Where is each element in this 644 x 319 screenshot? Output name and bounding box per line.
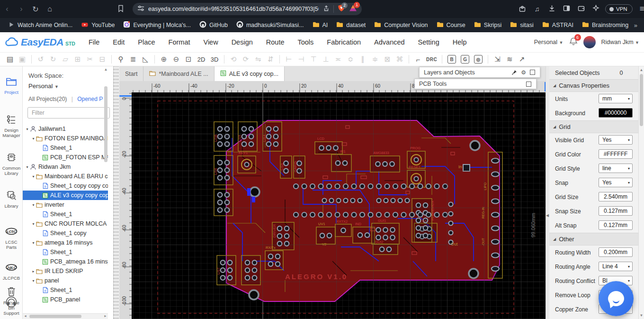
menu-setting[interactable]: Setting [411,36,446,49]
bookmark-item[interactable]: madhasuki/Simulasi... [232,19,308,31]
brave-shield-icon[interactable]: 2 [338,4,345,14]
routing-angle-select[interactable]: Line 4▾ [599,262,633,271]
tree-item[interactable]: ▾atmega 16 minsys [23,238,108,247]
panel-expand-icon[interactable] [526,82,531,87]
grid-color-input[interactable]: #FFFFFF [599,149,633,159]
music-icon[interactable]: ♫ [532,5,542,13]
browser-menu-icon[interactable]: ≡ [637,4,644,14]
vpn-button[interactable]: VPN [605,4,633,14]
bookmark-item[interactable]: AI [308,20,332,30]
board-outline-icon[interactable]: ⌐ [412,55,424,64]
new-file-icon[interactable]: ▤ [4,55,16,64]
collapse-arrow-icon[interactable]: ◀ [546,213,549,218]
origin-button[interactable]: ◎ [474,55,483,64]
view-2d-button[interactable]: 2D [195,56,208,63]
sidebar-item-library[interactable]: Library [0,190,23,209]
layers-objects-panel[interactable]: Layers and Objects ⚙ [419,67,540,78]
tree-item[interactable]: ALE v3 copy copy copy [23,191,108,200]
bookmark-item[interactable]: Watch Anime Onlin... [4,20,77,31]
tree-arrow-icon[interactable]: ▾ [31,137,36,141]
zoom-in-icon[interactable]: ⊕ [158,55,170,64]
tab-ale-v3-copy-cop-[interactable]: ALE v3 copy cop... [215,66,285,81]
bookmark-item[interactable]: ASTRAI [538,20,578,30]
section-header-other[interactable]: ◢Other [549,233,638,246]
menu-format[interactable]: Format [162,36,197,49]
bookmark-item[interactable]: Skripsi [470,20,506,30]
properties-scrollbar[interactable]: ▲ ▼ [638,66,644,319]
tree-item[interactable]: Sheet_1 [23,143,108,153]
pcb-canvas[interactable]: USBUS5US4US6US7US9GARISKEY1LCDIR1AMG8833… [119,81,546,319]
section-header-canvas-properties[interactable]: ◢Canvas Properties [549,79,638,92]
menu-route[interactable]: Route [259,36,291,49]
drc-button[interactable]: DRC [426,57,437,62]
sidebar-item-project[interactable]: Project [0,76,23,95]
grid-size-input[interactable]: 2.540mm [599,192,633,201]
menu-tools[interactable]: Tools [291,36,320,49]
import-icon[interactable]: ⇲ [491,55,503,64]
menu-design[interactable]: Design [225,36,259,49]
view-3d-button[interactable]: 3D [208,56,221,63]
tree-item[interactable]: ▾CNC ROUTER MOLCA [23,219,108,228]
notifications-bell-icon[interactable]: 6 [569,37,578,48]
pcb-tools-panel[interactable]: PCB Tools [414,79,537,89]
all-projects-link[interactable]: All Projects(20) [28,96,67,102]
tree-item[interactable]: ▾panel [23,276,108,285]
zoom-fit-icon[interactable]: ⊡ [182,55,195,64]
workspace-dropdown[interactable]: Personal ▼ [534,39,564,46]
wallet-icon[interactable] [576,5,586,13]
tree-arrow-icon[interactable]: ▾ [31,279,36,283]
visible-grid-select[interactable]: Yes▾ [599,135,633,145]
menu-advanced[interactable]: Advanced [367,36,411,49]
chat-support-bubble[interactable] [599,281,634,316]
tree-arrow-icon[interactable]: ▸ [31,269,36,273]
routing-width-input[interactable]: 0.200mm [599,247,633,257]
measure-icon[interactable]: ◺ [139,55,152,64]
extension-triangle-icon[interactable]: 1 [349,4,357,14]
sidebar-item-lcsc-parts[interactable]: LCSCLCSC Parts [0,226,23,250]
tree-item[interactable]: ▾Jalilwrwn1 [23,124,108,134]
panel-expand-icon[interactable] [530,70,535,75]
tree-arrow-icon[interactable]: ▾ [31,203,36,207]
menu-file[interactable]: File [82,36,106,49]
tree-item[interactable]: Sheet_1 copy copy cop [23,181,108,191]
avatar[interactable] [583,36,596,48]
sidebar-icon[interactable] [561,5,572,13]
share-page-icon[interactable] [322,5,330,14]
forward-icon[interactable]: › [14,5,28,13]
tree-arrow-icon[interactable]: ▾ [31,222,36,226]
bookmark-item[interactable]: Everything | Molca's... [119,19,195,31]
menu-fabrication[interactable]: Fabrication [320,36,367,49]
bookmark-item[interactable]: YouTube [77,20,119,31]
tree-arrow-icon[interactable]: ▾ [31,174,36,179]
menu-place[interactable]: Place [131,36,161,49]
background-input[interactable]: #000000 [599,108,633,118]
home-icon[interactable]: ⌂ [43,5,57,13]
reload-icon[interactable]: ↻ [28,5,43,14]
bookmark-item[interactable]: dataset [332,20,370,30]
pin-icon[interactable] [511,70,517,75]
alt-snap-input[interactable]: 0.127mm [599,220,633,230]
tree-item[interactable]: ▾inverter [23,200,108,210]
tree-arrow-icon[interactable]: ▾ [31,241,36,245]
filter-input[interactable] [27,107,110,118]
tree-item[interactable]: PCB_panel [23,295,108,304]
bookmark-item[interactable]: sitasi [506,20,537,30]
search-icon[interactable]: ⚲ [115,55,127,64]
tree-item[interactable]: Sheet_1 [23,285,108,295]
tab-start[interactable]: Start [119,66,143,81]
sidebar-item-support[interactable]: Support [0,296,23,316]
bookmark-item[interactable]: Brainstroming [578,20,633,30]
bom-button[interactable]: B [447,55,456,64]
sidebar-item-common-library[interactable]: Common Library [0,152,23,176]
sidebar-item-jlcpcb[interactable]: J◎LCJLCPCB [0,262,23,281]
gerber-button[interactable]: G [461,55,469,64]
snap-select[interactable]: Yes▾ [599,178,633,187]
tree-item[interactable]: PCB_atmega 16 minsys [23,257,108,266]
back-icon[interactable]: ‹ [0,5,14,13]
tree-scrollbar-horizontal[interactable]: ◄ ► [23,313,108,319]
snap-size-input[interactable]: 0.127mm [599,206,633,216]
layers-icon[interactable]: ≋ [503,55,516,64]
bookmark-item[interactable]: Course [432,20,470,30]
find-similar-icon[interactable]: ≣ [127,55,139,64]
workspace-selector[interactable]: Personal ▼ [28,82,59,90]
